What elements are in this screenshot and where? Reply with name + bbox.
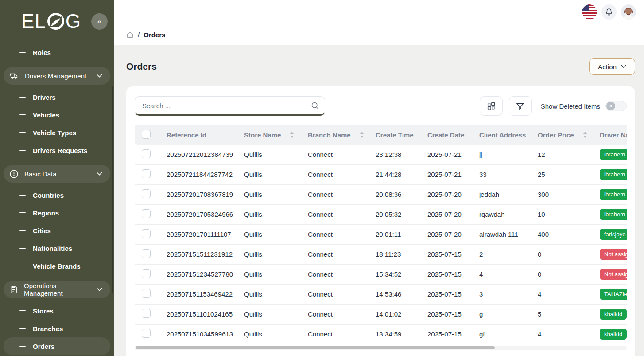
show-deleted-toggle[interactable]: ✕ — [605, 101, 627, 111]
breadcrumb-current[interactable]: Orders — [144, 31, 165, 39]
table-row[interactable]: 202507211844287742 Quillls Connect 21:44… — [135, 164, 627, 184]
sort-icon[interactable] — [360, 132, 364, 138]
sidebar-scrollbar[interactable] — [112, 86, 113, 293]
search-field — [135, 96, 325, 116]
column-header-branch-name[interactable]: Branch Name — [306, 125, 374, 145]
table-row[interactable]: 202507201705324966 Quillls Connect 20:05… — [135, 204, 627, 224]
row-checkbox[interactable] — [142, 289, 151, 298]
row-checkbox[interactable] — [142, 169, 151, 178]
driver-badge: ibrahem — [600, 189, 627, 200]
horizontal-scrollbar-thumb[interactable] — [136, 346, 495, 349]
sidebar-item-regions[interactable]: Regions — [0, 204, 114, 222]
column-header-driver-name[interactable]: Driver Name — [598, 125, 627, 145]
orders-table-container: Reference Id Store Name Branch Name — [135, 125, 627, 344]
cell-create-date: 2025-07-21 — [426, 145, 477, 164]
language-flag-button[interactable] — [582, 4, 597, 20]
orders-card: Show Deleted Items ✕ — [126, 86, 635, 356]
sidebar-group-label: Basic Data — [24, 170, 91, 178]
sidebar-item-label: Stores — [33, 307, 54, 315]
sidebar-item-label: Vehicle Types — [33, 129, 76, 137]
sidebar-item-branches[interactable]: Branches — [0, 320, 114, 337]
table-row[interactable]: 202507201708367819 Quillls Connect 20:08… — [135, 184, 627, 204]
row-checkbox[interactable] — [142, 309, 151, 318]
table-row[interactable]: 202507201701111107 Quillls Connect 20:01… — [135, 224, 627, 244]
sidebar-item-cities[interactable]: Cities — [0, 222, 114, 239]
cell-create-time: 20:01:11 — [374, 224, 426, 244]
cell-order-price: 12 — [536, 145, 598, 164]
cell-branch-name: Connect — [306, 164, 374, 184]
sidebar-group-label: Drivers Management — [25, 72, 91, 80]
horizontal-scrollbar[interactable] — [135, 346, 627, 350]
home-icon[interactable] — [126, 31, 134, 39]
sidebar-item-stores[interactable]: Stores — [0, 302, 114, 320]
row-checkbox[interactable] — [142, 269, 151, 278]
sidebar-item-label: Countries — [33, 192, 64, 199]
select-all-checkbox[interactable] — [142, 130, 151, 139]
sidebar-item-vehicle-types[interactable]: Vehicle Types — [0, 124, 114, 141]
sort-icon[interactable] — [290, 132, 294, 138]
sidebar-nav: Roles Drivers Management Drivers Vehicle… — [0, 43, 114, 355]
sidebar-item-label: Nationalities — [33, 245, 72, 252]
notifications-button[interactable] — [601, 4, 617, 20]
cell-client-address: jj — [477, 145, 536, 164]
dash-bullet-icon — [19, 328, 26, 329]
sidebar-item-nationalities[interactable]: Nationalities — [0, 239, 114, 257]
cell-client-address: g — [477, 304, 536, 324]
search-button[interactable] — [310, 101, 320, 110]
sidebar-item-vehicles[interactable]: Vehicles — [0, 106, 114, 124]
table-row[interactable]: 202507151234527780 Quillls Connect 15:34… — [135, 264, 627, 284]
sidebar-item-orders[interactable]: Orders — [4, 337, 110, 355]
filter-button[interactable] — [509, 96, 532, 116]
column-header-create-time[interactable]: Create Time — [374, 125, 426, 145]
column-header-client-address[interactable]: Client Address — [477, 125, 536, 145]
table-row[interactable]: 202507151034599613 Quillls Connect 13:34… — [135, 324, 627, 344]
cell-create-time: 13:34:59 — [374, 324, 426, 344]
column-header-reference-id[interactable]: Reference Id — [165, 125, 242, 145]
column-header-order-price[interactable]: Order Price — [536, 125, 598, 145]
table-header-row: Reference Id Store Name Branch Name — [135, 125, 627, 145]
sidebar-collapse-button[interactable]: « — [91, 13, 108, 30]
cell-reference-id: 202507201701111107 — [165, 224, 242, 244]
table-row[interactable]: 202507151511231912 Quillls Connect 18:11… — [135, 244, 627, 264]
sidebar-item-drivers[interactable]: Drivers — [0, 88, 114, 106]
sidebar-item-roles[interactable]: Roles — [0, 43, 114, 61]
column-header-store-name[interactable]: Store Name — [242, 125, 306, 145]
search-input[interactable] — [135, 96, 325, 116]
row-checkbox[interactable] — [142, 229, 151, 238]
row-checkbox[interactable] — [142, 249, 151, 258]
column-header-create-date[interactable]: Create Date — [426, 125, 477, 145]
breadcrumb-separator: / — [138, 31, 140, 39]
cell-create-time: 20:08:36 — [374, 184, 426, 204]
sidebar-group-drivers-management[interactable]: Drivers Management — [4, 67, 110, 85]
sort-icon[interactable] — [583, 132, 587, 138]
sidebar-item-countries[interactable]: Countries — [0, 186, 114, 204]
row-checkbox[interactable] — [142, 149, 151, 158]
column-layout-button[interactable] — [480, 96, 503, 116]
cell-reference-id: 202507212012384739 — [165, 145, 242, 164]
table-body: 202507212012384739 Quillls Connect 23:12… — [135, 145, 627, 344]
table-row[interactable]: 202507151153469422 Quillls Connect 14:53… — [135, 284, 627, 304]
row-checkbox[interactable] — [142, 329, 151, 338]
sidebar-item-label: Drivers — [33, 94, 56, 101]
sidebar-item-vehicle-brands[interactable]: Vehicle Brands — [0, 257, 114, 275]
cell-client-address: gf — [477, 324, 536, 344]
table-row[interactable]: 202507212012384739 Quillls Connect 23:12… — [135, 145, 627, 164]
cell-branch-name: Connect — [306, 244, 374, 264]
row-checkbox[interactable] — [142, 189, 151, 198]
chevron-down-icon — [97, 74, 102, 78]
app-root: EL G « Roles Drivers — [0, 0, 644, 356]
action-button[interactable]: Action — [589, 58, 635, 75]
row-checkbox[interactable] — [142, 209, 151, 218]
sidebar-item-drivers-requests[interactable]: Drivers Requests — [0, 141, 114, 159]
logo-text-left: EL — [21, 12, 46, 31]
dash-bullet-icon — [19, 212, 26, 214]
user-avatar[interactable] — [621, 4, 636, 20]
cell-store-name: Quillls — [242, 224, 306, 244]
driver-badge: Not assigned — [600, 269, 627, 280]
filter-funnel-icon — [516, 102, 525, 111]
table-row[interactable]: 202507151101024165 Quillls Connect 14:01… — [135, 304, 627, 324]
sidebar-item-label: Vehicle Brands — [33, 262, 81, 270]
sidebar-group-operations-management[interactable]: Operations Management — [4, 281, 110, 298]
sidebar-group-basic-data[interactable]: Basic Data — [4, 165, 110, 183]
cell-create-date: 2025-07-15 — [426, 284, 477, 304]
